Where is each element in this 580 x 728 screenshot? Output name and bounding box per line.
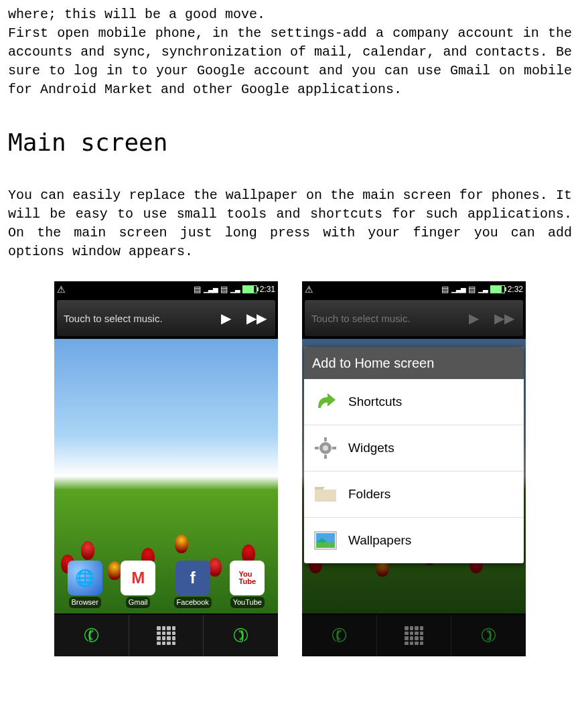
app-drawer-button[interactable] bbox=[377, 615, 451, 656]
notification-icon: ⚠ bbox=[57, 283, 66, 297]
data-icon-2: ▤ bbox=[468, 284, 476, 295]
music-widget: Touch to select music. ▶ ▶▶ bbox=[305, 300, 523, 336]
signal-icon-2: ▁▃ bbox=[478, 285, 488, 294]
signal-icon: ▁▃▅ bbox=[204, 285, 218, 294]
dialog-item-label: Folders bbox=[348, 486, 390, 504]
next-icon: ▶▶ bbox=[492, 306, 516, 330]
app-label: Gmail bbox=[126, 597, 151, 608]
intro-paragraph: where; this will be a good move. First o… bbox=[8, 5, 572, 99]
status-bar: ⚠ ▤ ▁▃▅ ▤ ▁▃ 2:32 bbox=[302, 281, 526, 297]
app-youtube[interactable]: YouTube YouTube bbox=[230, 561, 265, 608]
clock: 2:31 bbox=[260, 284, 275, 295]
dialog-item-label: Shortcuts bbox=[348, 393, 402, 411]
body-paragraph: You can easily replace the wallpaper on … bbox=[8, 186, 572, 261]
app-browser[interactable]: 🌐 Browser bbox=[68, 561, 102, 608]
app-drawer-button[interactable] bbox=[129, 615, 204, 656]
phone-icon: ✆ bbox=[229, 621, 252, 651]
svg-rect-5 bbox=[332, 447, 336, 449]
music-text: Touch to select music. bbox=[64, 311, 207, 325]
notification-icon: ⚠ bbox=[305, 283, 313, 297]
dialer-button[interactable]: ✆ bbox=[54, 615, 129, 656]
app-label: Browser bbox=[69, 597, 101, 608]
add-to-home-dialog: Add to Home screen Shortcuts Widgets Fol… bbox=[304, 347, 524, 563]
grid-icon bbox=[157, 626, 175, 645]
battery-icon bbox=[242, 285, 257, 293]
data-icon: ▤ bbox=[194, 284, 201, 295]
data-icon-2: ▤ bbox=[220, 284, 228, 295]
app-gmail[interactable]: M Gmail bbox=[121, 561, 155, 608]
dialog-item-shortcuts[interactable]: Shortcuts bbox=[304, 379, 524, 425]
phone-home-screen: ⚠ ▤ ▁▃▅ ▤ ▁▃ 2:31 Touch to select music.… bbox=[54, 281, 278, 656]
globe-icon: 🌐 bbox=[68, 561, 102, 595]
bottom-nav: ✆ ✆ bbox=[54, 615, 278, 656]
phone-add-menu-screen: ⚠ ▤ ▁▃▅ ▤ ▁▃ 2:32 Touch to select music.… bbox=[302, 281, 526, 656]
play-icon[interactable]: ▶ bbox=[214, 306, 238, 330]
clock: 2:32 bbox=[508, 284, 523, 295]
music-widget[interactable]: Touch to select music. ▶ ▶▶ bbox=[57, 300, 275, 336]
data-icon: ▤ bbox=[441, 284, 449, 295]
app-facebook[interactable]: f Facebook bbox=[174, 561, 212, 608]
battery-icon bbox=[490, 285, 505, 293]
folder-icon bbox=[313, 482, 338, 506]
phone-icon: ✆ bbox=[328, 621, 351, 651]
next-icon[interactable]: ▶▶ bbox=[244, 306, 269, 330]
music-text: Touch to select music. bbox=[311, 311, 455, 325]
app-label: YouTube bbox=[230, 597, 265, 608]
svg-point-1 bbox=[323, 445, 328, 451]
grid-icon bbox=[405, 626, 423, 645]
app-label: Facebook bbox=[174, 597, 212, 608]
svg-rect-4 bbox=[315, 447, 319, 449]
svg-rect-2 bbox=[324, 437, 327, 441]
dialer-button[interactable]: ✆ bbox=[302, 615, 376, 656]
app-shortcuts-row: 🌐 Browser M Gmail f Facebook YouTube You… bbox=[54, 561, 278, 608]
picture-icon bbox=[313, 528, 338, 553]
facebook-icon: f bbox=[175, 561, 210, 595]
phone-icon: ✆ bbox=[80, 621, 103, 651]
screenshots-container: ⚠ ▤ ▁▃▅ ▤ ▁▃ 2:31 Touch to select music.… bbox=[8, 281, 572, 656]
dialog-item-folders[interactable]: Folders bbox=[304, 471, 524, 518]
phone-icon: ✆ bbox=[477, 621, 500, 651]
svg-rect-3 bbox=[324, 455, 327, 459]
dialer-button-right[interactable]: ✆ bbox=[204, 615, 278, 656]
signal-icon: ▁▃▅ bbox=[451, 285, 465, 294]
bottom-nav: ✆ ✆ bbox=[302, 615, 526, 656]
dialer-button-right[interactable]: ✆ bbox=[451, 615, 526, 656]
play-icon: ▶ bbox=[461, 306, 486, 330]
gear-icon bbox=[313, 436, 338, 460]
youtube-icon: YouTube bbox=[230, 561, 265, 595]
gmail-icon: M bbox=[121, 561, 155, 595]
main-heading: Main screen bbox=[8, 126, 572, 159]
dialog-item-widgets[interactable]: Widgets bbox=[304, 425, 524, 471]
status-bar: ⚠ ▤ ▁▃▅ ▤ ▁▃ 2:31 bbox=[54, 281, 278, 297]
dialog-item-label: Wallpapers bbox=[348, 532, 411, 550]
dialog-title: Add to Home screen bbox=[304, 347, 524, 379]
dialog-item-label: Widgets bbox=[348, 439, 394, 457]
signal-icon-2: ▁▃ bbox=[230, 285, 240, 294]
dialog-item-wallpapers[interactable]: Wallpapers bbox=[304, 518, 524, 563]
shortcut-arrow-icon bbox=[313, 390, 338, 414]
